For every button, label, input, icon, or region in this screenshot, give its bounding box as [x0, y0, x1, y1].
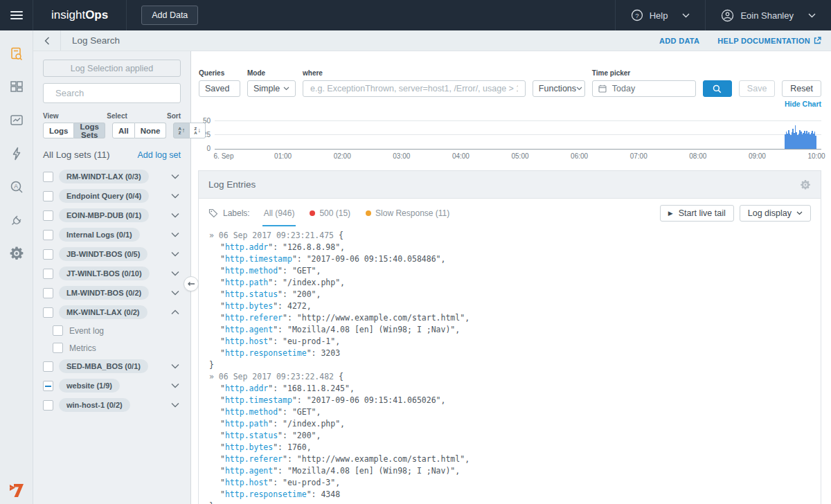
select-none-button[interactable]: None — [135, 123, 167, 138]
log-line[interactable]: "http.addr": "126.8.8.98", — [209, 242, 821, 253]
log-row[interactable]: Metrics — [43, 339, 181, 357]
time-picker[interactable]: Today — [592, 80, 696, 97]
log-line[interactable]: } — [209, 501, 821, 504]
investigate-icon[interactable]: A — [0, 170, 33, 204]
log-set-checkbox[interactable] — [43, 400, 53, 411]
log-set-checkbox[interactable] — [43, 307, 53, 318]
log-line[interactable]: "http.status": "200", — [209, 430, 821, 442]
log-set-checkbox[interactable] — [43, 249, 53, 260]
sort-asc-button[interactable]: AZ↑ — [173, 123, 190, 138]
log-field-key[interactable]: http.path — [225, 278, 268, 287]
log-field-key[interactable]: http.referer — [225, 454, 283, 464]
log-line[interactable]: » 06 Sep 2017 09:23:21.475 { — [209, 230, 821, 242]
dashboards-icon[interactable] — [0, 71, 33, 104]
log-search-icon[interactable] — [0, 37, 33, 71]
alerts-icon[interactable] — [0, 137, 33, 170]
log-set-pill[interactable]: website (1/9) — [59, 379, 120, 393]
reports-icon[interactable] — [0, 104, 33, 137]
chevron-up-icon[interactable] — [171, 309, 179, 315]
log-set-pill[interactable]: JB-WINDT-BOS (0/5) — [59, 247, 148, 261]
chevron-down-icon[interactable] — [171, 213, 179, 218]
view-logs-toggle[interactable]: Logs — [43, 123, 74, 138]
log-field-key[interactable]: http.referer — [225, 313, 283, 323]
settings-icon[interactable] — [0, 237, 33, 270]
chevron-down-icon[interactable] — [171, 363, 179, 369]
log-line[interactable]: "http.referer": "http://www.example.com/… — [209, 312, 821, 324]
expand-entry-icon[interactable]: » — [209, 372, 219, 381]
log-line[interactable]: "http.responsetime": 3203 — [209, 348, 821, 359]
log-set-checkbox[interactable] — [43, 269, 53, 279]
log-checkbox[interactable] — [53, 325, 63, 336]
log-set-row[interactable]: Internal Logs (0/1) — [43, 225, 181, 244]
saved-queries-dropdown[interactable]: Saved — [199, 80, 240, 97]
log-set-checkbox[interactable] — [43, 230, 53, 240]
log-checkbox[interactable] — [53, 343, 63, 353]
settings-gear-icon[interactable] — [800, 179, 811, 190]
add-data-button[interactable]: Add Data — [141, 6, 198, 25]
log-line[interactable]: "http.referer": "http://www.example.com/… — [209, 453, 821, 465]
where-input[interactable] — [303, 80, 526, 97]
log-set-row[interactable]: LM-WINDT-BOS (0/2) — [43, 283, 181, 303]
log-set-checkbox[interactable] — [43, 172, 53, 182]
log-set-pill[interactable]: Endpoint Query (0/4) — [59, 189, 149, 203]
log-line[interactable]: "http.path": "/index.php", — [209, 418, 821, 430]
log-line[interactable]: "http.timestamp": "2017-09-06 09:15:41.0… — [209, 395, 821, 406]
log-selection-applied-button[interactable]: Log Selection applied — [43, 60, 181, 77]
chevron-down-icon[interactable] — [171, 271, 179, 276]
log-line[interactable]: "http.method": "GET", — [209, 265, 821, 277]
log-set-row[interactable]: JT-WINLT-BOS (0/10) — [43, 264, 181, 283]
log-field-key[interactable]: http.responsetime — [225, 489, 307, 499]
log-field-key[interactable]: http.path — [225, 419, 268, 429]
add-log-set-link[interactable]: Add log set — [137, 150, 181, 160]
log-line[interactable]: "http.method": "GET", — [209, 406, 821, 418]
log-field-key[interactable]: http.status — [225, 431, 278, 440]
data-collection-icon[interactable] — [0, 204, 33, 237]
log-set-pill[interactable]: JT-WINLT-BOS (0/10) — [59, 267, 150, 280]
log-field-key[interactable]: http.host — [225, 336, 268, 346]
log-field-key[interactable]: http.status — [225, 289, 278, 299]
reset-button[interactable]: Reset — [782, 80, 821, 97]
logset-search-box[interactable] — [43, 83, 181, 103]
expand-entry-icon[interactable]: » — [209, 231, 219, 240]
log-set-row[interactable]: win-host-1 (0/2) — [43, 395, 181, 415]
search-input[interactable] — [55, 88, 177, 98]
log-line[interactable]: "http.host": "eu-prod-3", — [209, 477, 821, 489]
log-field-key[interactable]: http.bytes — [225, 301, 273, 311]
log-set-pill[interactable]: SED-MBA_BOS (0/1) — [59, 359, 148, 373]
log-row[interactable]: Event log — [43, 322, 181, 339]
log-line[interactable]: } — [209, 359, 821, 371]
log-line[interactable]: "http.host": "eu-prod-1", — [209, 336, 821, 348]
log-field-key[interactable]: http.timestamp — [225, 254, 292, 264]
save-button[interactable]: Save — [739, 80, 776, 97]
log-set-pill[interactable]: Internal Logs (0/1) — [59, 228, 140, 242]
chevron-down-icon[interactable] — [171, 402, 179, 408]
log-field-key[interactable]: http.addr — [225, 384, 268, 393]
label-tab[interactable]: All (946) — [262, 200, 296, 226]
chart-plot-area[interactable]: 502506. Sep01:0002:0003:0004:0005:0006:0… — [215, 111, 821, 150]
label-tab[interactable]: 500 (15) — [308, 200, 352, 226]
log-field-key[interactable]: http.agent — [225, 325, 273, 334]
log-set-row[interactable]: website (1/9) — [43, 376, 181, 395]
log-set-checkbox[interactable] — [43, 288, 53, 298]
sort-desc-button[interactable]: ZA↓ — [190, 123, 206, 138]
log-set-checkbox[interactable] — [43, 381, 53, 391]
functions-dropdown[interactable]: Functions — [533, 80, 585, 97]
log-field-key[interactable]: http.agent — [225, 466, 273, 476]
log-set-row[interactable]: MK-WINLT-LAX (0/2) — [43, 303, 181, 322]
start-live-tail-button[interactable]: ▶ Start live tail — [660, 205, 734, 222]
log-line[interactable]: "http.agent": "Mozilla/4.08 [en] (Win98;… — [209, 465, 821, 477]
log-line[interactable]: "http.addr": "168.11.8.245", — [209, 383, 821, 395]
log-field-key[interactable]: http.method — [225, 407, 278, 417]
log-line[interactable]: "http.status": "200", — [209, 289, 821, 300]
log-line[interactable]: "http.timestamp": "2017-09-06 09:15:40.0… — [209, 253, 821, 265]
log-line[interactable]: » 06 Sep 2017 09:23:22.482 { — [209, 371, 821, 383]
menu-button[interactable] — [0, 0, 33, 30]
mode-dropdown[interactable]: Simple — [247, 80, 296, 97]
hide-chart-link[interactable]: Hide Chart — [785, 100, 821, 108]
chevron-down-icon[interactable] — [171, 193, 179, 199]
log-field-key[interactable]: http.timestamp — [225, 395, 292, 405]
log-set-row[interactable]: RM-WINDT-LAX (0/3) — [43, 167, 181, 186]
chevron-down-icon[interactable] — [171, 174, 179, 179]
log-line[interactable]: "http.agent": "Mozilla/4.08 [en] (Win98;… — [209, 324, 821, 336]
user-menu[interactable]: Eoin Shanley — [705, 0, 831, 30]
